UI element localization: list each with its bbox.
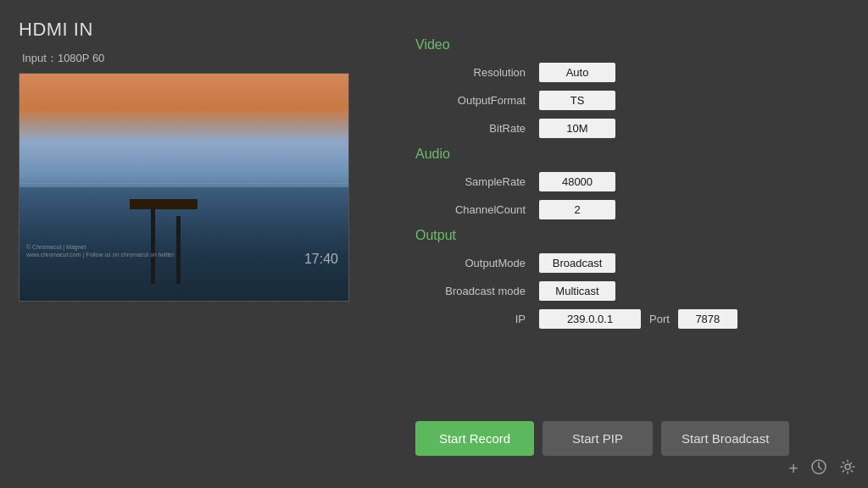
start-broadcast-button[interactable]: Start Broadcast bbox=[661, 421, 789, 456]
bottom-icons: + bbox=[788, 458, 856, 480]
video-section-label: Video bbox=[415, 37, 860, 53]
output-format-label: OutputFormat bbox=[415, 94, 526, 107]
port-value[interactable]: 7878 bbox=[678, 309, 737, 329]
overlay-text: © Chromacut | Magnet www.chromacut.com |… bbox=[26, 243, 175, 258]
preview-container: © Chromacut | Magnet www.chromacut.com |… bbox=[19, 73, 349, 302]
output-section-label: Output bbox=[415, 228, 860, 243]
clock-icon[interactable] bbox=[810, 458, 827, 480]
samplerate-value[interactable]: 48000 bbox=[539, 172, 615, 191]
overlay-line1: © Chromacut | Magnet bbox=[26, 243, 175, 251]
preview-image: © Chromacut | Magnet www.chromacut.com |… bbox=[19, 74, 348, 301]
output-format-value[interactable]: TS bbox=[539, 91, 615, 110]
horizon-line bbox=[19, 183, 348, 184]
broadcast-mode-row: Broadcast mode Multicast bbox=[415, 281, 860, 301]
bitrate-value[interactable]: 10M bbox=[539, 119, 615, 138]
resolution-row: Resolution Auto bbox=[415, 63, 860, 82]
settings-panel: Video Resolution Auto OutputFormat TS Bi… bbox=[415, 34, 860, 337]
dock-post-right bbox=[176, 216, 181, 284]
ip-value[interactable]: 239.0.0.1 bbox=[539, 309, 641, 329]
samplerate-label: SampleRate bbox=[415, 175, 526, 188]
dock-platform bbox=[130, 199, 198, 209]
resolution-label: Resolution bbox=[415, 66, 526, 79]
start-pip-button[interactable]: Start PIP bbox=[542, 421, 653, 456]
add-icon[interactable]: + bbox=[788, 459, 798, 479]
port-label: Port bbox=[649, 313, 670, 325]
audio-section-label: Audio bbox=[415, 147, 860, 162]
channelcount-label: ChannelCount bbox=[415, 203, 526, 216]
svg-point-3 bbox=[845, 464, 850, 469]
outputmode-value[interactable]: Broadcast bbox=[539, 253, 615, 273]
ip-port-row: IP 239.0.0.1 Port 7878 bbox=[415, 309, 860, 329]
channelcount-row: ChannelCount 2 bbox=[415, 200, 860, 219]
bitrate-label: BitRate bbox=[415, 122, 526, 135]
time-overlay: 17:40 bbox=[304, 252, 338, 267]
gear-icon[interactable] bbox=[839, 458, 856, 480]
overlay-line2: www.chromacut.com | Follow us on chromac… bbox=[26, 251, 175, 258]
preview-panel: Input：1080P 60 © Chromacut | Magnet www.… bbox=[19, 51, 392, 302]
output-format-row: OutputFormat TS bbox=[415, 91, 860, 110]
buttons-row: Start Record Start PIP Start Broadcast bbox=[415, 421, 860, 456]
bitrate-row: BitRate 10M bbox=[415, 119, 860, 138]
start-record-button[interactable]: Start Record bbox=[415, 421, 534, 456]
svg-line-2 bbox=[819, 467, 821, 469]
ip-port-container: 239.0.0.1 Port 7878 bbox=[539, 309, 737, 329]
resolution-value[interactable]: Auto bbox=[539, 63, 615, 82]
outputmode-label: OutputMode bbox=[415, 257, 526, 269]
broadcast-mode-value[interactable]: Multicast bbox=[539, 281, 615, 301]
outputmode-row: OutputMode Broadcast bbox=[415, 253, 860, 273]
input-label: Input：1080P 60 bbox=[19, 51, 392, 66]
page-title: HDMI IN bbox=[19, 19, 93, 41]
channelcount-value[interactable]: 2 bbox=[539, 200, 615, 219]
samplerate-row: SampleRate 48000 bbox=[415, 172, 860, 191]
broadcast-mode-label: Broadcast mode bbox=[415, 285, 526, 297]
ip-label: IP bbox=[415, 313, 526, 325]
